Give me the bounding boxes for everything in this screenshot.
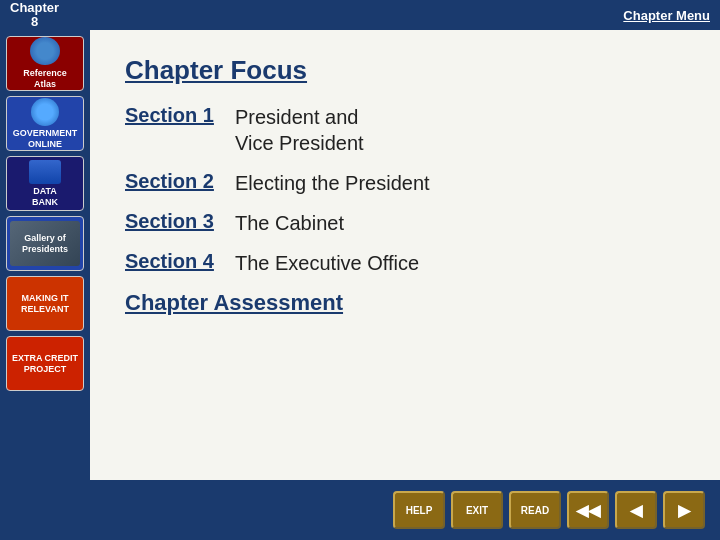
- prev-prev-button[interactable]: ◀◀: [567, 491, 609, 529]
- section-1-desc-line1: President and: [235, 106, 358, 128]
- chapter-menu-button[interactable]: Chapter Menu: [623, 8, 710, 23]
- chapter-label-line1: Chapter: [10, 1, 59, 15]
- page-title: Chapter Focus: [125, 55, 685, 86]
- sidebar-item-reference-atlas[interactable]: ReferenceAtlas: [6, 36, 84, 91]
- sidebar: ReferenceAtlas GOVERNMENTONLINE DATABANK…: [0, 30, 90, 480]
- section-1-row: Section 1 President and Vice President: [125, 104, 685, 156]
- sidebar-label-extra-credit: EXTRA CREDITPROJECT: [12, 353, 78, 375]
- top-bar: Chapter 8 Chapter Menu: [0, 0, 720, 30]
- sidebar-item-making-relevant[interactable]: MAKING ITRELEVANT: [6, 276, 84, 331]
- sidebar-label-gallery: Gallery ofPresidents: [22, 233, 68, 255]
- chapter-assessment-link[interactable]: Chapter Assessment: [125, 290, 685, 316]
- data-bank-icon: [29, 160, 61, 184]
- sidebar-item-data-bank[interactable]: DATABANK: [6, 156, 84, 211]
- section-2-label[interactable]: Section 2: [125, 170, 235, 193]
- section-2-row: Section 2 Electing the President: [125, 170, 685, 196]
- section-4-desc: The Executive Office: [235, 250, 419, 276]
- section-3-desc: The Cabinet: [235, 210, 344, 236]
- sidebar-item-gallery[interactable]: Gallery ofPresidents: [6, 216, 84, 271]
- gov-globe-icon: [31, 98, 59, 126]
- presidents-img: Gallery ofPresidents: [10, 221, 80, 266]
- section-1-desc: President and Vice President: [235, 104, 364, 156]
- chapter-label-line2: 8: [31, 15, 38, 29]
- section-1-label[interactable]: Section 1: [125, 104, 235, 127]
- help-button[interactable]: HELP: [393, 491, 445, 529]
- section-2-desc: Electing the President: [235, 170, 430, 196]
- sidebar-label-data-bank: DATABANK: [32, 186, 58, 208]
- sidebar-label-gov-online: GOVERNMENTONLINE: [13, 128, 78, 150]
- bottom-nav-bar: HELP EXIT READ ◀◀ ◀ ▶: [0, 480, 720, 540]
- sidebar-item-extra-credit[interactable]: EXTRA CREDITPROJECT: [6, 336, 84, 391]
- sidebar-label-reference-atlas: ReferenceAtlas: [23, 68, 67, 90]
- next-button[interactable]: ▶: [663, 491, 705, 529]
- sidebar-label-making-relevant: MAKING ITRELEVANT: [21, 293, 69, 315]
- section-1-desc-line2: Vice President: [235, 132, 364, 154]
- read-button[interactable]: READ: [509, 491, 561, 529]
- section-4-row: Section 4 The Executive Office: [125, 250, 685, 276]
- exit-button[interactable]: EXIT: [451, 491, 503, 529]
- atlas-globe-icon: [30, 37, 60, 65]
- main-content: Chapter Focus Section 1 President and Vi…: [90, 30, 720, 480]
- chapter-label: Chapter 8: [10, 1, 59, 30]
- sidebar-item-gov-online[interactable]: GOVERNMENTONLINE: [6, 96, 84, 151]
- section-3-label[interactable]: Section 3: [125, 210, 235, 233]
- section-4-label[interactable]: Section 4: [125, 250, 235, 273]
- prev-button[interactable]: ◀: [615, 491, 657, 529]
- section-3-row: Section 3 The Cabinet: [125, 210, 685, 236]
